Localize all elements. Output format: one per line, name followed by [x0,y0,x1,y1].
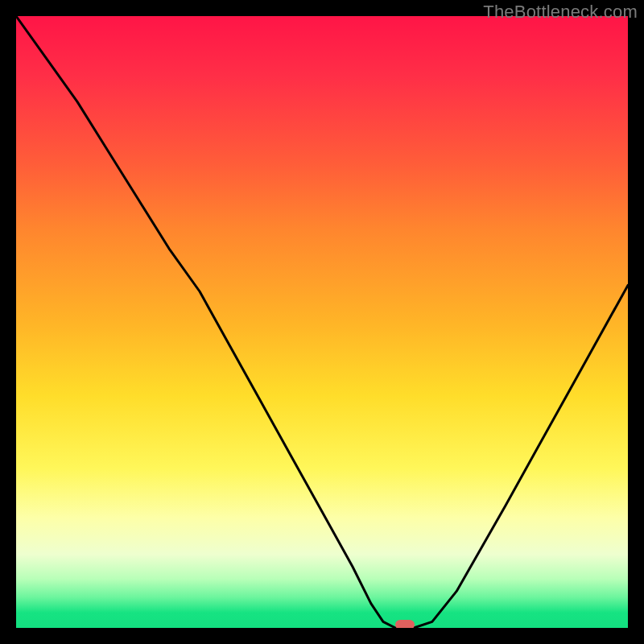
plot-area [16,16,628,628]
x-axis [16,628,628,630]
bottleneck-curve [16,16,628,628]
optimal-marker [395,620,415,628]
chart-frame: TheBottleneck.com [0,0,644,644]
watermark-text: TheBottleneck.com [483,2,638,23]
